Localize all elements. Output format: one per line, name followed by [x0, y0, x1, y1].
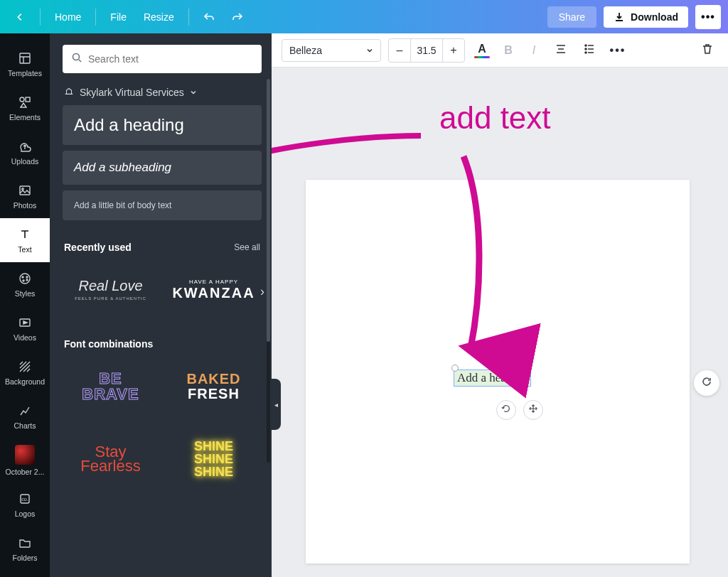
text-template-kwanzaa[interactable]: HAVE A HAPPY KWANZAA [166, 257, 262, 323]
svg-rect-0 [20, 53, 30, 63]
text-template-be-brave[interactable]: BE BRAVE [63, 354, 159, 419]
nav-logos[interactable]: co. Logos [0, 482, 50, 527]
toolbar-more-button[interactable]: ••• [607, 39, 628, 62]
font-size-value[interactable]: 31.5 [410, 39, 443, 62]
undo-button[interactable] [196, 7, 222, 27]
home-button[interactable]: Home [48, 7, 88, 27]
chevron-down-icon [366, 45, 373, 56]
nav-recent-design[interactable]: October 2... [0, 438, 50, 482]
top-bar: Home File Resize Share Download ••• [0, 0, 728, 33]
annotation-label: add text [439, 100, 551, 136]
panel-scrollbar[interactable] [267, 79, 270, 463]
svg-rect-2 [26, 97, 30, 102]
text-template-baked-fresh[interactable]: BAKED FRESH [166, 354, 262, 419]
italic-button[interactable]: I [525, 39, 543, 62]
undo-icon [203, 11, 215, 23]
refresh-icon [701, 376, 712, 390]
add-subheading-button[interactable]: Add a subheading [63, 151, 262, 185]
svg-point-1 [20, 97, 24, 102]
text-color-icon: A [478, 43, 486, 55]
brand-kit-dropdown[interactable]: Skylark Virtual Services [64, 86, 262, 98]
ellipsis-icon: ••• [701, 11, 715, 23]
bold-button[interactable]: B [499, 39, 518, 62]
download-button[interactable]: Download [604, 6, 688, 28]
nav-text[interactable]: Text [0, 218, 50, 262]
videos-icon [17, 315, 33, 330]
templates-icon [17, 50, 33, 66]
chevron-down-icon [190, 87, 197, 98]
move-handle[interactable] [523, 400, 543, 420]
canvas-stage[interactable]: Add a heading add text [272, 68, 728, 577]
nav-elements[interactable]: Elements [0, 86, 50, 130]
design-page[interactable]: Add a heading [306, 180, 690, 563]
text-template-stay-fearless[interactable]: Stay Fearless [63, 426, 159, 492]
svg-point-6 [22, 276, 23, 278]
redo-icon [232, 11, 243, 23]
list-button[interactable] [579, 39, 600, 62]
svg-point-5 [20, 274, 30, 284]
svg-point-14 [585, 45, 587, 46]
selected-text-element[interactable]: Add a heading [454, 370, 531, 387]
brand-icon [64, 86, 74, 98]
chevron-left-icon [14, 11, 26, 23]
see-all-link[interactable]: See all [234, 242, 260, 252]
file-menu[interactable]: File [103, 7, 134, 27]
search-input[interactable] [88, 53, 253, 65]
svg-text:co.: co. [21, 497, 28, 502]
svg-point-13 [73, 54, 80, 60]
text-panel: Skylark Virtual Services Add a heading A… [50, 33, 272, 577]
canvas-area: ◂ Belleza – 31.5 + A B I [272, 33, 728, 577]
more-button[interactable]: ••• [695, 5, 721, 29]
resize-menu[interactable]: Resize [136, 7, 181, 27]
nav-folders[interactable]: Folders [0, 527, 50, 571]
trash-icon [701, 43, 714, 58]
svg-point-4 [22, 188, 23, 190]
text-template-shine[interactable]: SHINE SHINE SHINE [166, 426, 262, 492]
text-color-button[interactable]: A [472, 39, 492, 62]
delete-button[interactable] [697, 39, 718, 62]
recently-used-heading: Recently used [64, 242, 132, 253]
font-size-increase[interactable]: + [443, 39, 464, 62]
add-heading-button[interactable]: Add a heading [63, 105, 262, 145]
share-button[interactable]: Share [547, 6, 596, 28]
nav-uploads[interactable]: Uploads [0, 130, 50, 174]
back-button[interactable] [7, 7, 33, 27]
rotate-handle[interactable] [496, 400, 516, 420]
search-text-field[interactable] [63, 45, 262, 73]
nav-charts[interactable]: Charts [0, 394, 50, 438]
rotate-icon [501, 404, 511, 416]
svg-point-15 [585, 48, 587, 50]
svg-rect-3 [20, 186, 30, 195]
search-icon [71, 52, 82, 66]
nav-styles[interactable]: Styles [0, 262, 50, 306]
nav-videos[interactable]: Videos [0, 306, 50, 350]
background-icon [17, 359, 33, 374]
alignment-button[interactable] [550, 39, 572, 62]
align-icon [555, 43, 567, 58]
elements-icon [17, 95, 33, 110]
side-nav: Templates Elements Uploads Photos Text S… [0, 33, 50, 577]
nav-background[interactable]: Background [0, 350, 50, 394]
svg-point-7 [26, 276, 28, 278]
photos-icon [17, 183, 33, 198]
folders-icon [17, 535, 33, 551]
font-size-stepper: – 31.5 + [388, 38, 465, 63]
annotation-arrow-1 [272, 129, 428, 171]
text-template-real-love[interactable]: Real Love FEELS PURE & AUTHENTIC [63, 257, 159, 323]
nav-photos[interactable]: Photos [0, 174, 50, 218]
design-thumbnail [15, 445, 35, 465]
nav-templates[interactable]: Templates [0, 42, 50, 86]
text-icon [17, 227, 33, 242]
svg-point-16 [585, 52, 587, 53]
list-icon [583, 43, 596, 58]
add-body-text-button[interactable]: Add a little bit of body text [63, 190, 262, 220]
font-size-decrease[interactable]: – [389, 39, 410, 62]
font-family-select[interactable]: Belleza [282, 39, 381, 62]
download-icon [614, 11, 625, 23]
sync-button[interactable] [694, 370, 719, 396]
text-toolbar: Belleza – 31.5 + A B I ••• [272, 33, 728, 68]
redo-button[interactable] [225, 7, 250, 27]
move-icon [528, 404, 538, 416]
styles-icon [17, 271, 33, 286]
uploads-icon [17, 139, 33, 154]
